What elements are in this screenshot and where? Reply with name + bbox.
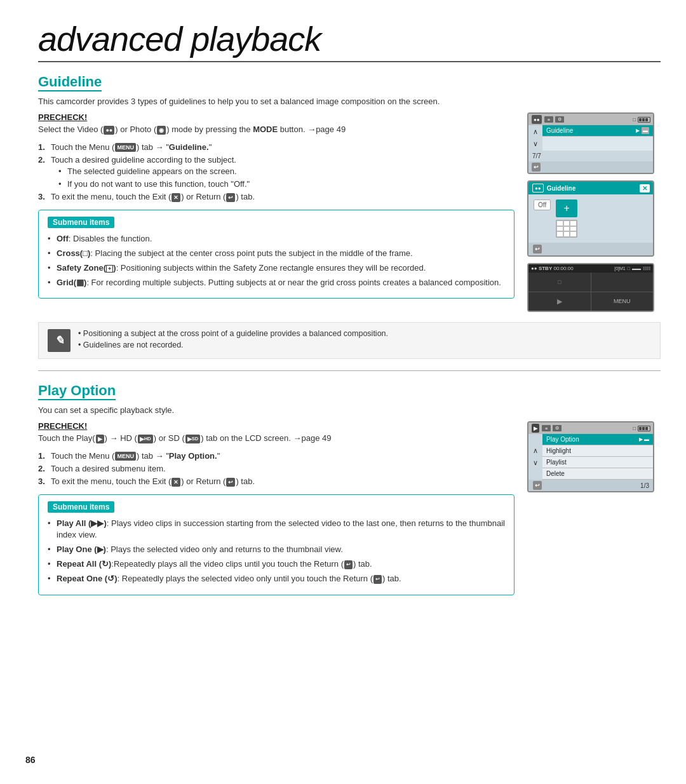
note-icon: ✎ [48, 329, 71, 352]
note-line-2: • Guidelines are not recorded. [78, 341, 388, 349]
sd-icon: ▶SD [185, 435, 200, 443]
exit-icon-1: ✕ [172, 193, 180, 202]
gear-icon-top-po: ⚙ [553, 425, 562, 431]
menu-icon-2: MENU [115, 452, 136, 461]
gear-icon-top: ⚙ [555, 116, 564, 123]
gl-topbar: ●● Guideline ✕ [528, 182, 653, 194]
lcd-counter-1: 7/7 [528, 151, 653, 161]
guideline-section: Guideline This camcorder provides 3 type… [38, 74, 661, 359]
po-counter-row: ↩ 1/3 [528, 480, 653, 491]
gl-off-btn: Off [534, 199, 551, 210]
play-option-submenu-title: Submenu items [48, 501, 114, 513]
play-icon: ▶ [96, 435, 104, 443]
lcd-return-row-1: ↩ [528, 161, 653, 173]
play-option-content: PRECHECK! Touch the Play(▶) → HD (▶HD) o… [38, 421, 514, 603]
guideline-screen-3: ●● STBY 00:00:00 [0]M1 □ ▬▬ ☷☷ □ ▶ [527, 263, 654, 312]
gl-grid-options: + [556, 199, 577, 238]
video-mode-icon: ●● [104, 126, 114, 135]
lcd-menu-col-1: Guideline ▶ ▬ [542, 125, 653, 151]
po-menu-item-playlist: Playlist [542, 457, 653, 468]
return-btn-1: ↩ [532, 163, 541, 172]
hd-icon: ▶HD [138, 435, 153, 443]
guideline-precheck-text: Select the Video (●●) or Photo (◉) mode … [38, 125, 514, 135]
play-option-step-2: 2. Touch a desired submenu item. [38, 464, 514, 473]
note-content: • Positioning a subject at the cross poi… [78, 329, 388, 352]
guideline-step-3: 3. To exit the menu, touch the Exit (✕) … [38, 192, 514, 202]
po-topbar: ▶ ≡ ⚙ □ [528, 422, 653, 434]
menu-icon-top-po: ≡ [542, 425, 551, 431]
menu-icon-1: MENU [115, 143, 136, 152]
photo-mode-icon: ◉ [157, 126, 166, 135]
guideline-steps: 1. Touch the Menu (MENU) tab → "Guidelin… [38, 142, 514, 202]
lcd-active-item: Guideline ▶ ▬ [542, 125, 653, 137]
guideline-description: This camcorder provides 3 types of guide… [38, 97, 661, 106]
submenu-item-off: Off: Disables the function. [48, 233, 505, 245]
guideline-screen-2: ●● Guideline ✕ Off + [527, 180, 654, 257]
play-option-precheck-label: PRECHECK! [38, 421, 514, 431]
po-menu-area: ∧ ∨ Play Option ▶ ▬ Highlight Playlist D… [528, 434, 653, 480]
vid-thumb-2 [591, 273, 654, 292]
return-btn-2: ↩ [533, 245, 542, 253]
menu-icon-top: ≡ [544, 116, 553, 123]
gl-return-row: ↩ [528, 243, 653, 255]
battery-icon-po [638, 426, 650, 431]
guideline-content: PRECHECK! Select the Video (●●) or Photo… [38, 112, 514, 312]
guideline-step-2: 2. Touch a desired guideline according t… [38, 155, 514, 189]
guideline-step-1: 1. Touch the Menu (MENU) tab → "Guidelin… [38, 142, 514, 152]
page-title: advanced playback [38, 19, 661, 62]
vid-body: □ ▶ MENU [528, 273, 653, 311]
vid-thumb-1: □ [528, 273, 591, 292]
return-icon-2: ↩ [226, 478, 235, 487]
play-option-step-3: 3. To exit the menu, touch the Exit (✕) … [38, 476, 514, 487]
po-submenu-repeat-all: Repeat All (↻):Repeatedly plays all the … [48, 558, 505, 570]
submenu-item-safety: Safety Zone(+): Positioning subjects wit… [48, 262, 505, 274]
play-icon-top: ▶ [532, 424, 539, 433]
play-option-screens: ▶ ≡ ⚙ □ ∧ [527, 421, 661, 603]
return-icon-inline: ↩ [344, 560, 353, 569]
vid-thumb-3: ▶ [528, 292, 591, 311]
guideline-step-2-sub: The selected guideline appears on the sc… [51, 166, 514, 189]
submenu-item-grid: Grid(▦): For recording multiple subjects… [48, 277, 505, 288]
note-line-1: • Positioning a subject at the cross poi… [78, 329, 388, 338]
gl-body: Off + [528, 194, 653, 243]
guideline-heading: Guideline [38, 74, 102, 91]
lcd-menu-area-1: ∧ ∨ Guideline ▶ ▬ [528, 125, 653, 151]
guideline-screens: ●● ≡ ⚙ □ ∧ [527, 112, 661, 312]
play-option-steps: 1. Touch the Menu (MENU) tab → "Play Opt… [38, 451, 514, 487]
vid-topbar: ●● STBY 00:00:00 [0]M1 □ ▬▬ ☷☷ [528, 264, 653, 273]
return-icon-1: ↩ [226, 193, 235, 202]
return-icon-inline-2: ↩ [373, 575, 382, 584]
play-option-submenu-box: Submenu items Play All (▶▶): Plays video… [38, 494, 514, 595]
play-option-description: You can set a specific playback style. [38, 405, 661, 415]
guideline-submenu-items: Off: Disables the function. Cross(□): Pl… [48, 233, 505, 289]
po-counter: 1/3 [640, 482, 649, 489]
po-menu-item-highlight: Highlight [542, 445, 653, 457]
po-menu-item-delete: Delete [542, 468, 653, 480]
submenu-item-cross: Cross(□): Placing the subject at the cen… [48, 248, 505, 259]
play-option-heading: Play Option [38, 382, 116, 400]
po-submenu-repeat-one: Repeat One (↺): Repeatedly plays the sel… [48, 573, 505, 585]
play-option-step-1: 1. Touch the Menu (MENU) tab → "Play Opt… [38, 451, 514, 461]
guideline-submenu-title: Submenu items [48, 217, 114, 228]
lcd-topbar-1: ●● ≡ ⚙ □ [528, 114, 653, 125]
po-submenu-play-all: Play All (▶▶): Plays video clips in succ… [48, 518, 505, 541]
exit-icon-2: ✕ [172, 478, 180, 487]
po-menu-item-active: Play Option ▶ ▬ [542, 434, 653, 445]
play-option-screen: ▶ ≡ ⚙ □ ∧ [527, 421, 654, 492]
return-btn-po: ↩ [533, 481, 542, 490]
lcd-nav-up: ∧ ∨ [528, 125, 542, 151]
guideline-note-box: ✎ • Positioning a subject at the cross p… [38, 322, 661, 359]
play-option-section: Play Option You can set a specific playb… [38, 382, 661, 603]
play-option-precheck-text: Touch the Play(▶) → HD (▶HD) or SD (▶SD)… [38, 433, 514, 443]
section-divider [38, 370, 661, 371]
play-option-submenu-items: Play All (▶▶): Plays video clips in succ… [48, 518, 505, 585]
gl-cross-option: + [556, 199, 577, 217]
po-menu-col: Play Option ▶ ▬ Highlight Playlist Delet… [542, 434, 653, 480]
po-submenu-play-one: Play One (▶): Plays the selected video o… [48, 544, 505, 555]
video-icon-gl: ●● [532, 184, 544, 193]
battery-icon [638, 117, 650, 123]
guideline-submenu-box: Submenu items Off: Disables the function… [38, 210, 514, 299]
gl-grid-option [556, 220, 577, 238]
page-number: 86 [25, 755, 36, 765]
po-nav-col: ∧ ∨ [528, 434, 542, 480]
